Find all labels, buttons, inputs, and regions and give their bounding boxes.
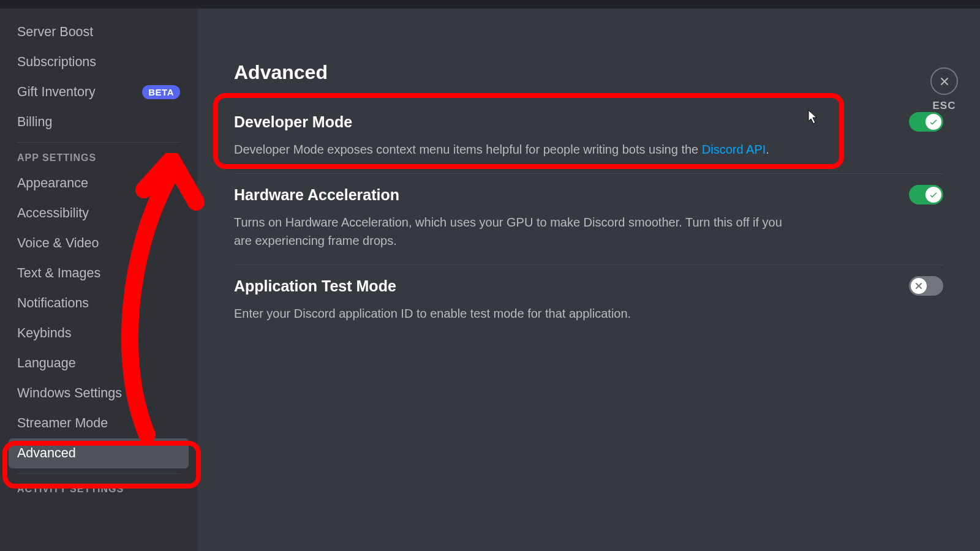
sidebar-item-label: Notifications [17,296,89,311]
desc-text: . [766,143,769,156]
sidebar-section-activity-settings: ACTIVITY SETTINGS [9,479,189,500]
sidebar-item-label: Streamer Mode [17,416,108,431]
sidebar-item-advanced[interactable]: Advanced [9,438,189,468]
sidebar-item-label: Server Boost [17,24,93,40]
toggle-knob [911,278,927,294]
application-test-mode-toggle[interactable] [909,276,943,296]
sidebar-item-label: Windows Settings [17,386,122,401]
check-icon [929,190,938,200]
sidebar-divider [17,142,180,143]
setting-description: Turns on Hardware Acceleration, which us… [234,213,797,250]
sidebar-item-label: Text & Images [17,266,100,281]
settings-main-panel: Advanced Developer Mode Developer Mode e… [197,0,980,551]
desc-text: Developer Mode exposes context menu item… [234,143,702,156]
sidebar-item-billing[interactable]: Billing [9,107,189,137]
beta-badge: BETA [142,85,180,99]
setting-title: Application Test Mode [234,277,396,295]
sidebar-section-app-settings: APP SETTINGS [9,148,189,168]
x-icon [914,281,924,291]
sidebar-item-label: Appearance [17,176,88,191]
sidebar-item-label: Keybinds [17,326,71,341]
sidebar-item-label: Accessibility [17,206,89,221]
sidebar-item-label: Language [17,356,76,371]
setting-hardware-acceleration: Hardware Acceleration Turns on Hardware … [234,174,943,264]
sidebar-item-appearance[interactable]: Appearance [9,168,189,198]
sidebar-item-gift-inventory[interactable]: Gift Inventory BETA [9,77,189,107]
sidebar-item-label: Gift Inventory [17,84,96,100]
close-button[interactable] [930,67,958,95]
setting-title: Hardware Acceleration [234,186,399,204]
sidebar-item-streamer-mode[interactable]: Streamer Mode [9,408,189,438]
sidebar-item-server-boost[interactable]: Server Boost [9,17,189,47]
sidebar-item-notifications[interactable]: Notifications [9,288,189,318]
window-topbar [0,0,980,9]
setting-title: Developer Mode [234,113,352,131]
sidebar-item-label: Voice & Video [17,236,99,251]
sidebar-item-text-images[interactable]: Text & Images [9,258,189,288]
sidebar-item-voice-video[interactable]: Voice & Video [9,228,189,258]
check-icon [929,117,938,127]
sidebar-item-accessibility[interactable]: Accessibility [9,198,189,228]
setting-description: Developer Mode exposes context menu item… [234,140,797,159]
setting-description: Enter your Discord application ID to ena… [234,304,797,323]
discord-api-link[interactable]: Discord API [702,143,766,156]
sidebar-item-language[interactable]: Language [9,348,189,378]
sidebar-item-subscriptions[interactable]: Subscriptions [9,47,189,77]
setting-developer-mode: Developer Mode Developer Mode exposes co… [234,101,943,173]
toggle-knob [925,114,941,130]
hardware-acceleration-toggle[interactable] [909,185,943,204]
sidebar-item-label: Subscriptions [17,54,96,70]
sidebar-item-keybinds[interactable]: Keybinds [9,318,189,348]
esc-label: ESC [930,100,958,112]
setting-application-test-mode: Application Test Mode Enter your Discord… [234,265,943,337]
sidebar-divider [17,473,180,474]
developer-mode-toggle[interactable] [909,112,943,132]
close-icon [938,75,951,88]
toggle-knob [925,187,941,203]
settings-sidebar: Server Boost Subscriptions Gift Inventor… [0,0,197,551]
page-title: Advanced [234,61,943,84]
sidebar-item-windows-settings[interactable]: Windows Settings [9,378,189,408]
sidebar-item-label: Billing [17,114,52,130]
close-settings: ESC [930,67,958,112]
sidebar-item-label: Advanced [17,446,76,461]
